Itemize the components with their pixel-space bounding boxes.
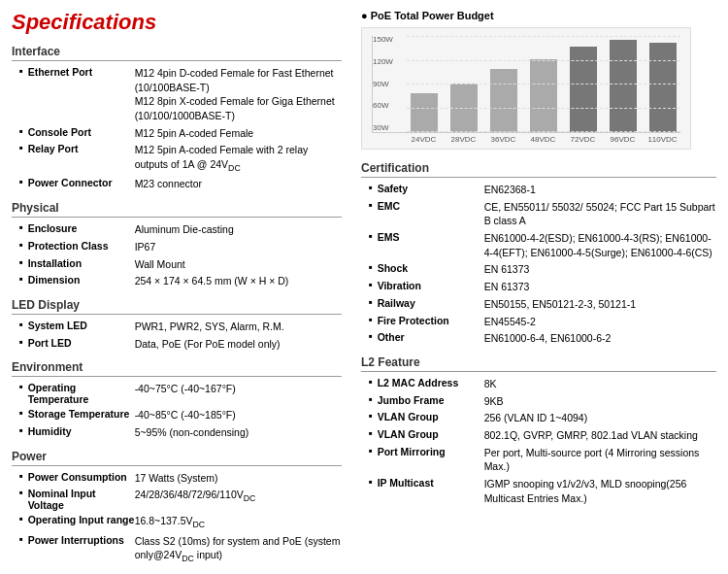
dimension-label: Dimension bbox=[28, 274, 135, 288]
ethernet-port-label: Ethernet Port bbox=[28, 66, 135, 123]
protection-class-value: IP67 bbox=[135, 240, 342, 254]
page-title: Specifications bbox=[12, 10, 342, 35]
storage-temp-label: Storage Temperature bbox=[28, 408, 135, 422]
bar-28vdc bbox=[447, 84, 482, 132]
power-interruptions-item: Power Interruptions Class S2 (10ms) for … bbox=[12, 534, 342, 565]
x-label-96vdc: 96VDC bbox=[605, 135, 641, 144]
chart-area: 30W 60W 90W 120W 150W bbox=[372, 36, 680, 133]
power-connector-item: Power Connector M23 connector bbox=[12, 177, 342, 191]
ems-label: EMS bbox=[378, 231, 484, 259]
l2mac-item: L2 MAC Address 8K bbox=[361, 377, 716, 391]
port-mirroring-item: Port Mirroring Per port, Multi-source po… bbox=[361, 446, 716, 474]
port-led-label: Port LED bbox=[28, 337, 135, 352]
emc-item: EMC CE, EN55011/ 55032/ 55024; FCC Part … bbox=[361, 200, 716, 228]
led-section-title: LED Display bbox=[12, 298, 342, 315]
vlan-group1-value: 256 (VLAN ID 1~4094) bbox=[484, 411, 716, 425]
vlan-group2-label: VLAN Group bbox=[378, 428, 484, 443]
bar-36vdc bbox=[486, 69, 522, 132]
console-port-value: M12 5pin A-coded Female bbox=[135, 126, 342, 141]
shock-label: Shock bbox=[378, 262, 484, 277]
x-label-110vdc: 110VDC bbox=[645, 135, 680, 144]
relay-port-item: Relay Port M12 5pin A-coded Female with … bbox=[12, 143, 342, 174]
fire-protection-label: Fire Protection bbox=[378, 315, 484, 329]
installation-label: Installation bbox=[28, 257, 135, 272]
x-label-28vdc: 28VDC bbox=[446, 135, 481, 144]
y-label-60: 60W bbox=[373, 102, 393, 110]
x-label-72vdc: 72VDC bbox=[565, 135, 601, 144]
power-interruptions-value: Class S2 (10ms) for system and PoE (syst… bbox=[135, 534, 342, 565]
relay-port-label: Relay Port bbox=[28, 143, 135, 174]
port-mirroring-label: Port Mirroring bbox=[378, 446, 484, 474]
operating-range-value: 16.8~137.5VDC bbox=[135, 514, 342, 530]
y-label-120: 120W bbox=[373, 58, 393, 66]
vlan-group2-item: VLAN Group 802.1Q, GVRP, GMRP, 802.1ad V… bbox=[361, 428, 716, 443]
dimension-item: Dimension 254 × 174 × 64.5 mm (W × H × D… bbox=[12, 274, 342, 288]
vlan-group1-label: VLAN Group bbox=[378, 411, 484, 425]
y-label-90: 90W bbox=[373, 81, 393, 88]
protection-class-label: Protection Class bbox=[28, 240, 135, 254]
bar-72vdc-fill bbox=[570, 47, 597, 132]
system-led-value: PWR1, PWR2, SYS, Alarm, R.M. bbox=[135, 320, 342, 334]
humidity-label: Humidity bbox=[28, 425, 135, 440]
jumbo-label: Jumbo Frame bbox=[378, 394, 484, 409]
power-interruptions-label: Power Interruptions bbox=[28, 534, 135, 565]
safety-label: Safety bbox=[378, 183, 484, 197]
shock-value: EN 61373 bbox=[484, 262, 716, 277]
emc-label: EMC bbox=[378, 200, 484, 228]
system-led-label: System LED bbox=[28, 320, 135, 334]
nominal-voltage-item: Nominal Input Voltage 24/28/36/48/72/96/… bbox=[12, 488, 342, 511]
nominal-voltage-label: Nominal Input Voltage bbox=[28, 488, 135, 511]
power-connector-label: Power Connector bbox=[28, 177, 135, 191]
system-led-item: System LED PWR1, PWR2, SYS, Alarm, R.M. bbox=[12, 320, 342, 334]
safety-item: Safety EN62368-1 bbox=[361, 183, 716, 197]
enclosure-item: Enclosure Aluminum Die-casting bbox=[12, 222, 342, 237]
power-connector-value: M23 connector bbox=[135, 177, 342, 191]
bar-96vdc-fill bbox=[610, 40, 637, 132]
storage-temp-value: -40~85°C (-40~185°F) bbox=[135, 408, 342, 422]
bar-72vdc bbox=[565, 47, 601, 132]
bar-24vdc-fill bbox=[411, 93, 438, 132]
right-column: ● PoE Total Power Budget 30W 60W 90W 120… bbox=[361, 10, 716, 568]
power-consumption-item: Power Consumption 17 Watts (System) bbox=[12, 471, 342, 486]
protection-class-item: Protection Class IP67 bbox=[12, 240, 342, 254]
other-value: EN61000-6-4, EN61000-6-2 bbox=[484, 331, 716, 346]
left-column: Specifications Interface Ethernet Port M… bbox=[12, 10, 342, 568]
vibration-item: Vibration EN 61373 bbox=[361, 280, 716, 294]
operating-temp-item: Operating Temperature -40~75°C (-40~167°… bbox=[12, 382, 342, 405]
bar-96vdc bbox=[605, 40, 641, 132]
fire-protection-value: EN45545-2 bbox=[484, 315, 716, 329]
jumbo-item: Jumbo Frame 9KB bbox=[361, 394, 716, 409]
chart-container: 30W 60W 90W 120W 150W bbox=[361, 27, 691, 150]
safety-value: EN62368-1 bbox=[484, 183, 716, 197]
y-labels: 30W 60W 90W 120W 150W bbox=[373, 36, 393, 132]
ethernet-port-item: Ethernet Port M12 4pin D-coded Female fo… bbox=[12, 66, 342, 123]
bar-36vdc-fill bbox=[490, 69, 517, 132]
console-port-item: Console Port M12 5pin A-coded Female bbox=[12, 126, 342, 141]
ip-multicast-value: IGMP snooping v1/v2/v3, MLD snooping(256… bbox=[484, 477, 716, 505]
l2mac-label: L2 MAC Address bbox=[378, 377, 484, 391]
ems-value: EN61000-4-2(ESD); EN61000-4-3(RS); EN610… bbox=[484, 231, 716, 259]
operating-temp-value: -40~75°C (-40~167°F) bbox=[135, 382, 342, 405]
humidity-value: 5~95% (non-condensing) bbox=[135, 425, 342, 440]
x-label-36vdc: 36VDC bbox=[485, 135, 521, 144]
y-label-150: 150W bbox=[373, 36, 393, 44]
railway-label: Railway bbox=[378, 297, 484, 312]
bar-110vdc bbox=[645, 43, 680, 132]
other-item: Other EN61000-6-4, EN61000-6-2 bbox=[361, 331, 716, 346]
vlan-group2-value: 802.1Q, GVRP, GMRP, 802.1ad VLAN stackin… bbox=[484, 428, 716, 443]
physical-section-title: Physical bbox=[12, 201, 342, 218]
shock-item: Shock EN 61373 bbox=[361, 262, 716, 277]
grid-line-5 bbox=[407, 36, 680, 37]
l2mac-value: 8K bbox=[484, 377, 716, 391]
console-port-label: Console Port bbox=[28, 126, 135, 141]
x-labels: 24VDC 28VDC 36VDC 48VDC 72VDC 96VDC 110V… bbox=[372, 135, 680, 144]
power-consumption-label: Power Consumption bbox=[28, 471, 135, 486]
bar-48vdc bbox=[526, 59, 562, 132]
other-label: Other bbox=[378, 331, 484, 346]
vlan-group1-item: VLAN Group 256 (VLAN ID 1~4094) bbox=[361, 411, 716, 425]
power-section-title: Power bbox=[12, 450, 342, 466]
vibration-label: Vibration bbox=[378, 280, 484, 294]
enclosure-value: Aluminum Die-casting bbox=[135, 222, 342, 237]
railway-value: EN50155, EN50121-2-3, 50121-1 bbox=[484, 297, 716, 312]
power-consumption-value: 17 Watts (System) bbox=[135, 471, 342, 486]
